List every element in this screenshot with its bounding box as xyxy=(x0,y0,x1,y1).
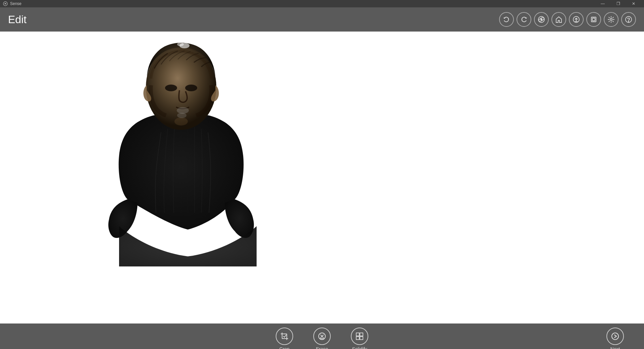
svg-point-12 xyxy=(185,85,197,91)
svg-rect-27 xyxy=(360,337,363,340)
undo-button[interactable] xyxy=(499,12,514,27)
titlebar-left: Sense xyxy=(3,1,21,6)
crop-button[interactable]: Crop xyxy=(276,328,293,349)
home-button[interactable] xyxy=(551,12,566,27)
titlebar-controls: — ❐ ✕ xyxy=(595,0,641,7)
svg-point-16 xyxy=(177,107,189,114)
svg-point-11 xyxy=(165,85,177,91)
solidify-button[interactable]: Solidify xyxy=(351,328,368,349)
solidify-icon xyxy=(351,328,368,345)
header: Edit xyxy=(0,7,644,32)
svg-point-7 xyxy=(610,18,612,20)
next-button[interactable]: Next xyxy=(606,328,624,349)
header-icons xyxy=(499,12,636,27)
main-canvas[interactable] xyxy=(0,32,644,323)
model-container xyxy=(107,38,268,266)
erase-button[interactable]: Erase xyxy=(313,328,331,349)
settings-button[interactable] xyxy=(604,12,619,27)
page-title: Edit xyxy=(8,13,26,26)
svg-point-9 xyxy=(628,21,629,22)
erase-label: Erase xyxy=(316,346,328,349)
titlebar: Sense — ❐ ✕ xyxy=(0,0,644,7)
crop-label: Crop xyxy=(279,346,289,349)
svg-point-17 xyxy=(177,113,186,118)
erase-icon xyxy=(313,328,331,345)
next-label: Next xyxy=(610,346,620,349)
bottom-toolbar: Crop Erase Solidify xyxy=(0,323,644,349)
export-button[interactable] xyxy=(569,12,584,27)
svg-point-13 xyxy=(174,117,188,126)
solidify-label: Solidify xyxy=(352,346,367,349)
svg-rect-6 xyxy=(592,18,595,21)
restore-button[interactable]: ❐ xyxy=(610,0,626,7)
svg-point-3 xyxy=(541,19,542,20)
minimize-button[interactable]: — xyxy=(595,0,610,7)
3d-model xyxy=(107,38,268,266)
help-button[interactable] xyxy=(621,12,636,27)
app-icon xyxy=(3,1,8,6)
svg-point-28 xyxy=(612,333,619,340)
fullscreen-button[interactable] xyxy=(586,12,601,27)
close-button[interactable]: ✕ xyxy=(626,0,641,7)
redo-button[interactable] xyxy=(517,12,531,27)
crop-icon xyxy=(276,328,293,345)
svg-rect-24 xyxy=(356,333,359,336)
app-title: Sense xyxy=(10,1,21,6)
toolbar-center: Crop Erase Solidify xyxy=(276,328,368,349)
svg-rect-26 xyxy=(356,337,359,340)
svg-point-15 xyxy=(177,42,184,46)
svg-rect-5 xyxy=(591,17,596,22)
orbit-button[interactable] xyxy=(534,12,549,27)
next-icon xyxy=(606,328,624,345)
svg-rect-25 xyxy=(360,333,363,336)
